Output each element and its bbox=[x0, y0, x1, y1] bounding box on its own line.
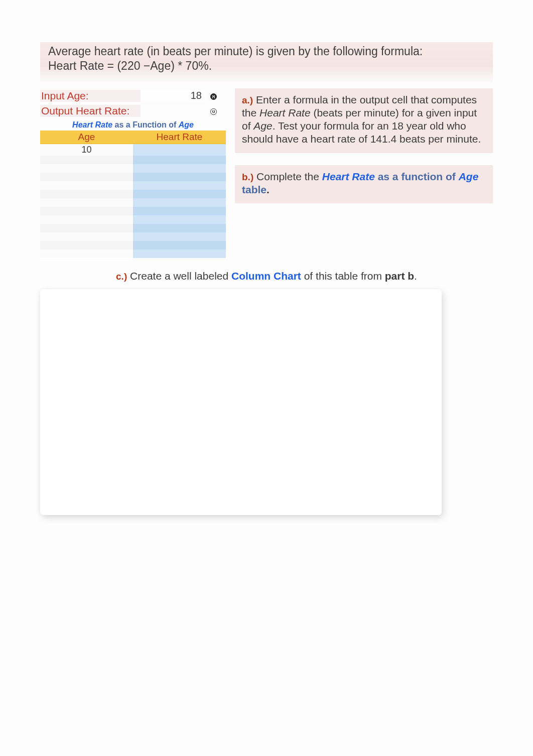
age-cell[interactable] bbox=[40, 181, 133, 190]
age-cell[interactable] bbox=[40, 241, 133, 249]
hr-cell[interactable] bbox=[133, 190, 226, 198]
table-title: Heart Rate as a Function of Age bbox=[40, 118, 226, 131]
col-header-age: Age bbox=[40, 131, 133, 144]
age-cell[interactable] bbox=[40, 232, 133, 241]
table-title-hr: Heart Rate bbox=[72, 120, 112, 129]
hr-cell[interactable] bbox=[133, 215, 226, 224]
input-age-row: Input Age: 18 bbox=[40, 88, 226, 103]
age-cell[interactable] bbox=[40, 156, 133, 164]
table-row bbox=[40, 190, 226, 198]
instr-c-mid: of this table from bbox=[301, 270, 385, 282]
worksheet-page: Average heart rate (in beats per minute)… bbox=[0, 0, 533, 515]
work-area: Input Age: 18 Output Heart Rate: Heart R… bbox=[40, 88, 493, 258]
table-row bbox=[40, 198, 226, 207]
table-row: 10 bbox=[40, 144, 226, 156]
frown-face-icon bbox=[210, 93, 217, 100]
heart-rate-table: Age Heart Rate 10 bbox=[40, 131, 226, 258]
instr-b-post: table bbox=[242, 184, 266, 195]
age-cell[interactable] bbox=[40, 173, 133, 181]
hr-cell[interactable] bbox=[133, 249, 226, 258]
age-cell[interactable] bbox=[40, 207, 133, 215]
instr-a-age: Age bbox=[253, 120, 272, 132]
hr-cell[interactable] bbox=[133, 224, 226, 232]
hr-cell[interactable] bbox=[133, 181, 226, 190]
hr-cell[interactable] bbox=[133, 198, 226, 207]
smile-face-icon bbox=[210, 108, 217, 115]
table-row bbox=[40, 241, 226, 249]
age-cell[interactable] bbox=[40, 249, 133, 258]
instr-a-hr: Heart Rate bbox=[259, 107, 311, 118]
table-row bbox=[40, 249, 226, 258]
table-body: 10 bbox=[40, 144, 226, 258]
age-cell[interactable]: 10 bbox=[40, 144, 133, 156]
right-column: a.) Enter a formula in the output cell t… bbox=[235, 88, 493, 258]
age-cell[interactable] bbox=[40, 164, 133, 173]
input-age-cell[interactable]: 18 bbox=[141, 90, 206, 101]
instruction-c: c.) Create a well labeled Column Chart o… bbox=[40, 270, 493, 282]
chart-placeholder[interactable] bbox=[40, 289, 442, 515]
table-row bbox=[40, 164, 226, 173]
left-column: Input Age: 18 Output Heart Rate: Heart R… bbox=[40, 88, 226, 258]
age-cell[interactable] bbox=[40, 215, 133, 224]
instr-b-pre: Complete the bbox=[253, 171, 322, 182]
table-row bbox=[40, 224, 226, 232]
hr-cell[interactable] bbox=[133, 241, 226, 249]
intro-text-block: Average heart rate (in beats per minute)… bbox=[40, 42, 493, 82]
instr-c-partb: part b bbox=[385, 270, 414, 282]
hr-cell[interactable] bbox=[133, 173, 226, 181]
age-cell[interactable] bbox=[40, 198, 133, 207]
intro-line1: Average heart rate (in beats per minute)… bbox=[48, 45, 423, 58]
table-row bbox=[40, 181, 226, 190]
output-hr-label: Output Heart Rate: bbox=[40, 105, 141, 117]
table-row bbox=[40, 207, 226, 215]
instruction-a: a.) Enter a formula in the output cell t… bbox=[235, 88, 493, 153]
instruction-a-label: a.) bbox=[242, 95, 253, 105]
instruction-b-label: b.) bbox=[242, 172, 253, 182]
hr-cell[interactable] bbox=[133, 156, 226, 164]
instr-b-hr: Heart Rate bbox=[322, 171, 375, 182]
table-title-age: Age bbox=[179, 120, 194, 129]
intro-line2: Heart Rate = (220 −Age) * 70%. bbox=[48, 59, 212, 72]
table-row bbox=[40, 156, 226, 164]
hr-cell[interactable] bbox=[133, 164, 226, 173]
col-header-hr: Heart Rate bbox=[133, 131, 226, 144]
instr-b-period: . bbox=[266, 184, 270, 195]
age-cell[interactable] bbox=[40, 190, 133, 198]
age-cell[interactable] bbox=[40, 224, 133, 232]
table-row bbox=[40, 215, 226, 224]
output-hr-row: Output Heart Rate: bbox=[40, 103, 226, 118]
instruction-b: b.) Complete the Heart Rate as a functio… bbox=[235, 165, 493, 204]
table-row bbox=[40, 232, 226, 241]
instr-a-post: . Test your formula for an 18 year old w… bbox=[242, 120, 481, 145]
instr-b-age: Age bbox=[459, 171, 479, 182]
instr-b-func: as a function of bbox=[375, 171, 459, 182]
instr-c-period: . bbox=[414, 270, 417, 282]
input-status-icon bbox=[206, 91, 221, 100]
instr-c-chart: Column Chart bbox=[231, 270, 301, 282]
input-age-label: Input Age: bbox=[40, 90, 141, 102]
hr-cell[interactable] bbox=[133, 144, 226, 156]
instr-c-pre: Create a well labeled bbox=[127, 270, 231, 282]
instruction-c-label: c.) bbox=[116, 271, 127, 282]
table-row bbox=[40, 173, 226, 181]
hr-cell[interactable] bbox=[133, 207, 226, 215]
table-title-mid: as a Function of bbox=[112, 120, 179, 129]
hr-cell[interactable] bbox=[133, 232, 226, 241]
output-status-icon bbox=[206, 106, 221, 115]
